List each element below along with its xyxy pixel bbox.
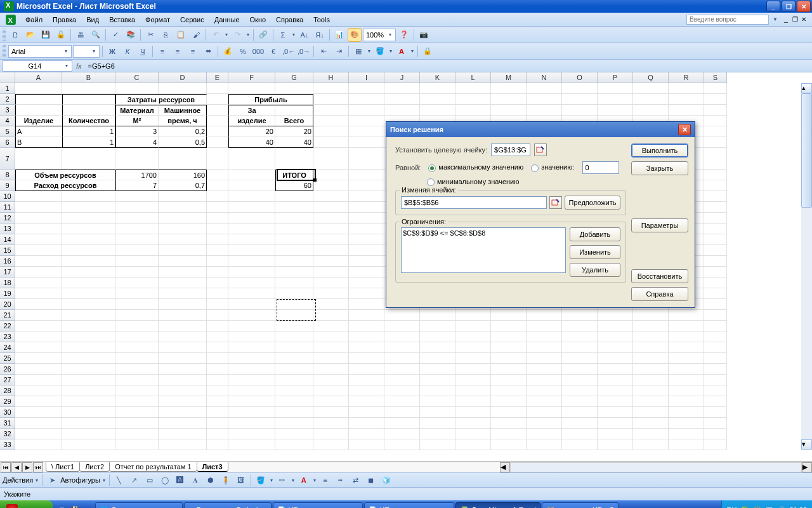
line-color-icon[interactable]: ✏ [275, 473, 289, 487]
tray-icon[interactable]: 🟢 [740, 506, 749, 509]
cell[interactable] [313, 148, 349, 170]
arrow-icon[interactable]: ↗ [128, 473, 141, 487]
select-objects-icon[interactable]: ➤ [45, 473, 59, 487]
fill-color-icon[interactable]: 🪣 [373, 44, 387, 58]
cell[interactable] [228, 288, 275, 299]
cell[interactable] [62, 94, 115, 105]
cell[interactable] [207, 105, 228, 116]
align-center-icon[interactable]: ≡ [171, 44, 185, 58]
drawing-actions-menu[interactable]: Действия [3, 476, 33, 484]
font-size-selector[interactable]: ▾ [73, 45, 100, 58]
cell[interactable] [669, 375, 704, 385]
cell[interactable] [115, 234, 159, 245]
question-dropdown-icon[interactable]: ▼ [771, 17, 779, 22]
cell[interactable]: Объем рессурсов [15, 170, 115, 180]
cell[interactable]: 1700 [115, 170, 159, 180]
ql-media-icon[interactable]: ▶ [83, 504, 95, 508]
cell[interactable] [491, 94, 527, 105]
mdi-close-button[interactable]: ✕ [799, 15, 808, 24]
cell[interactable] [669, 418, 704, 429]
cell[interactable] [384, 407, 420, 418]
cell[interactable] [420, 105, 455, 116]
delete-constraint-button[interactable]: Удалить [570, 263, 620, 277]
cell[interactable] [527, 375, 562, 385]
cell[interactable] [62, 234, 115, 245]
align-right-icon[interactable]: ≡ [186, 44, 200, 58]
cell[interactable] [207, 202, 228, 213]
row-header[interactable]: 28 [0, 385, 15, 396]
system-tray[interactable]: RU 🟢 🔆 🛡 🔊 21:00 [721, 500, 812, 508]
cell[interactable] [704, 288, 727, 299]
cell[interactable] [420, 321, 455, 331]
cell[interactable] [62, 385, 115, 396]
cell[interactable] [275, 148, 313, 170]
cell[interactable] [159, 224, 207, 234]
cell[interactable] [275, 331, 313, 342]
cell[interactable] [159, 256, 207, 267]
cell[interactable] [704, 375, 727, 385]
radio-value[interactable]: значению: [531, 163, 574, 171]
cell[interactable] [207, 277, 228, 288]
cell[interactable] [207, 364, 228, 375]
print-preview-icon[interactable]: 🔍 [89, 28, 103, 42]
cell[interactable] [313, 180, 349, 191]
cell[interactable] [159, 310, 207, 321]
cell[interactable] [115, 288, 159, 299]
cell[interactable] [527, 342, 562, 353]
row-header[interactable]: 29 [0, 396, 15, 407]
cell[interactable] [15, 429, 62, 439]
cell[interactable] [598, 342, 633, 353]
cell[interactable] [349, 407, 384, 418]
cell[interactable]: 20 [275, 126, 313, 137]
row-header[interactable]: 25 [0, 353, 15, 364]
cell[interactable] [15, 299, 62, 310]
cell[interactable] [62, 299, 115, 310]
cell[interactable] [633, 342, 669, 353]
cell[interactable] [115, 224, 159, 234]
cell[interactable] [704, 385, 727, 396]
chart-wizard-icon[interactable]: 📊 [332, 28, 346, 42]
cell[interactable] [527, 353, 562, 364]
mdi-minimize-button[interactable]: _ [782, 15, 790, 24]
cell[interactable] [313, 116, 349, 126]
cell[interactable] [349, 364, 384, 375]
cell[interactable] [669, 105, 704, 116]
cell[interactable] [704, 418, 727, 429]
cell[interactable] [313, 385, 349, 396]
cell[interactable] [159, 202, 207, 213]
cell[interactable] [349, 256, 384, 267]
cell[interactable] [115, 331, 159, 342]
cell[interactable] [704, 277, 727, 288]
cell[interactable] [228, 224, 275, 234]
cell[interactable] [562, 429, 598, 439]
cell[interactable] [115, 396, 159, 407]
cell[interactable] [349, 202, 384, 213]
cell[interactable] [228, 439, 275, 450]
cell[interactable] [384, 385, 420, 396]
row-header[interactable]: 5 [0, 126, 15, 137]
cell[interactable] [115, 353, 159, 364]
percent-icon[interactable]: % [236, 44, 250, 58]
cell[interactable] [704, 310, 727, 321]
workbook-icon[interactable]: X [5, 14, 16, 25]
cell[interactable] [207, 116, 228, 126]
cell[interactable] [420, 94, 455, 105]
font-name-selector[interactable]: Arial▾ [8, 45, 72, 58]
cell[interactable] [15, 331, 62, 342]
cell[interactable]: Прибыль [228, 94, 313, 105]
cell[interactable] [313, 364, 349, 375]
cell[interactable] [15, 148, 62, 170]
cell[interactable] [275, 224, 313, 234]
column-header[interactable]: L [455, 72, 491, 83]
menu-format[interactable]: Формат [140, 14, 175, 25]
cell[interactable] [598, 407, 633, 418]
cell[interactable] [704, 191, 727, 202]
cell[interactable] [527, 385, 562, 396]
cell[interactable] [455, 342, 491, 353]
cell[interactable] [704, 234, 727, 245]
camera-icon[interactable]: 📷 [417, 28, 431, 42]
row-header[interactable]: 4 [0, 116, 15, 126]
cell[interactable] [275, 364, 313, 375]
vertical-scrollbar[interactable]: ▴ ▾ [801, 83, 812, 450]
borders-icon[interactable]: ▦ [351, 44, 365, 58]
